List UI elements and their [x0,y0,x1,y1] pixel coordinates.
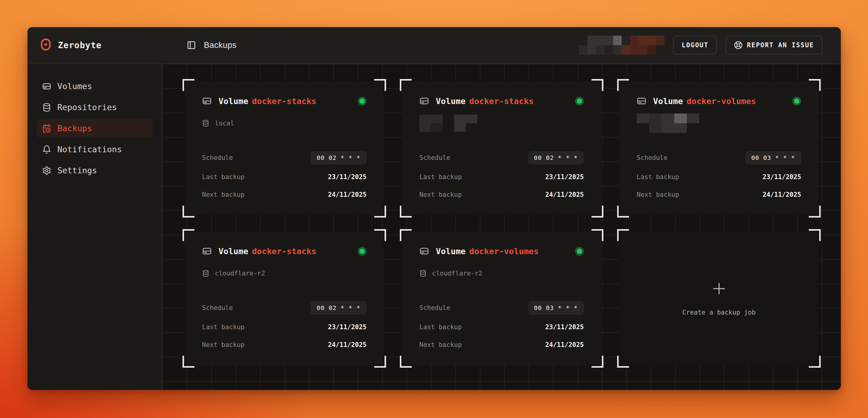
report-issue-label: REPORT AN ISSUE [747,41,814,49]
header-actions: LOGOUT REPORT AN ISSUE [579,36,823,55]
last-backup-row: Last backup 23/11/2025 [637,172,801,182]
cron-schedule-badge: 00 03 * * * [528,301,584,315]
lifebuoy-icon [734,41,743,50]
repository-name: local [215,120,234,127]
hard-drive-icon [42,82,51,91]
gear-icon [42,166,51,175]
last-backup-date: 23/11/2025 [328,323,367,331]
corner-bracket [374,356,386,368]
corner-bracket [591,79,603,91]
hard-drive-icon [202,96,212,106]
backup-job-card[interactable]: Volumedocker-stacks Schedule [400,79,603,218]
backup-job-card[interactable]: Volumedocker-volumes Schedule [617,79,821,218]
schedule-label: Schedule [202,154,233,161]
card-title: Volumedocker-stacks [436,96,534,106]
next-backup-date: 24/11/2025 [546,191,584,198]
volume-name: docker-volumes [469,247,539,256]
last-backup-row: Last backup 23/11/2025 [202,322,367,332]
next-backup-row: Next backup 24/11/2025 [202,190,367,200]
create-backup-job-card[interactable]: Create a backup job [617,229,821,368]
schedule-row: Schedule 00 03 * * * [637,151,801,164]
sidebar-toggle-icon[interactable] [187,40,196,50]
app-window: Zerobyte Backups LOGOUT [28,27,841,390]
corner-bracket [809,356,821,368]
corner-bracket [591,229,603,241]
brand: Zerobyte [40,38,162,52]
sidebar-item-backups[interactable]: Backups [37,119,153,137]
corner-bracket [617,229,629,241]
database-icon [202,120,209,127]
corner-bracket [183,206,194,218]
repository-row [637,118,801,128]
page-title: Backups [204,40,237,50]
cron-schedule-badge: 00 03 * * * [745,151,801,164]
card-title: Volumedocker-stacks [219,96,316,106]
logout-label: LOGOUT [682,41,708,49]
logout-button[interactable]: LOGOUT [673,36,717,55]
schedule-label: Schedule [420,304,450,312]
redacted-repository [420,115,477,132]
sidebar-item-label: Volumes [57,82,92,91]
corner-bracket [809,206,821,218]
backup-job-card[interactable]: Volumedocker-volumes cloudflare-r2 [400,229,603,368]
schedule-row: Schedule 00 02 * * * [420,151,584,164]
hard-drive-icon [202,246,212,256]
schedule-row: Schedule 00 02 * * * [202,301,367,315]
last-backup-date: 23/11/2025 [546,173,584,181]
corner-bracket [183,356,194,368]
cron-schedule-badge: 00 02 * * * [528,151,584,164]
redacted-user-info [579,36,664,55]
volume-name: docker-stacks [469,96,534,106]
corner-bracket [183,229,194,241]
corner-bracket [374,229,386,241]
corner-bracket [400,356,412,368]
corner-bracket [617,206,629,218]
app-name: Zerobyte [58,40,102,50]
corner-bracket [374,206,386,218]
sidebar-item-repositories[interactable]: Repositories [37,98,153,116]
sidebar-item-volumes[interactable]: Volumes [37,77,153,95]
report-issue-button[interactable]: REPORT AN ISSUE [725,36,823,55]
next-backup-date: 24/11/2025 [328,341,367,348]
sidebar: Volumes Repositories [28,64,162,390]
next-backup-row: Next backup 24/11/2025 [420,340,584,350]
hard-drive-icon [637,96,646,106]
card-title: Volumedocker-volumes [436,247,539,256]
hard-drive-icon [420,96,429,106]
status-dot [577,99,582,104]
backup-job-card[interactable]: Volumedocker-stacks local [183,79,386,218]
schedule-label: Schedule [420,154,450,161]
calendar-clock-icon [42,124,51,133]
volume-name: docker-volumes [687,96,756,106]
corner-bracket [809,229,821,241]
app-header: Zerobyte Backups LOGOUT [28,27,841,64]
next-backup-label: Next backup [202,191,245,198]
next-backup-row: Next backup 24/11/2025 [202,340,367,350]
corner-bracket [400,206,412,218]
backup-job-card[interactable]: Volumedocker-stacks cloudflare-r2 [183,229,386,368]
page-heading: Backups [187,40,237,50]
status-dot [577,249,582,254]
next-backup-row: Next backup 24/11/2025 [420,190,584,200]
repository-row [420,118,584,128]
hard-drive-icon [420,246,429,256]
sidebar-item-label: Repositories [57,102,117,112]
corner-bracket [617,356,629,368]
next-backup-date: 24/11/2025 [546,341,584,348]
main-content: Volumedocker-stacks local [162,64,841,390]
sidebar-item-notifications[interactable]: Notifications [37,140,153,158]
database-icon [42,103,51,112]
repository-name: cloudflare-r2 [215,270,265,277]
last-backup-label: Last backup [420,173,462,181]
sidebar-item-label: Settings [57,166,97,175]
sidebar-item-label: Notifications [57,144,122,154]
last-backup-row: Last backup 23/11/2025 [420,322,584,332]
repository-name: cloudflare-r2 [432,270,482,277]
repository-row: cloudflare-r2 [420,268,584,279]
bell-icon [42,145,51,154]
last-backup-label: Last backup [202,173,245,181]
corner-bracket [374,79,386,91]
sidebar-item-settings[interactable]: Settings [37,161,153,180]
corner-bracket [400,229,412,241]
last-backup-label: Last backup [202,323,245,331]
